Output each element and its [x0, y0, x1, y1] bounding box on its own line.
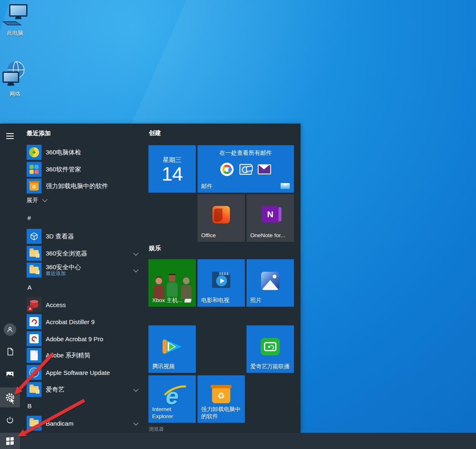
chevron-down-icon[interactable]	[133, 250, 139, 256]
desktop-icon-network[interactable]: 网络	[0, 61, 30, 98]
app-item-360-software-manager[interactable]: 360软件管家	[23, 161, 143, 178]
app-item-apple-software-update[interactable]: Apple Software Update	[23, 364, 143, 381]
pictures-icon	[6, 370, 14, 379]
folder-icon	[27, 416, 42, 431]
app-item-label: Acrobat Distiller 9	[46, 318, 95, 325]
tile-internet-explorer[interactable]: e Internet Explorer	[148, 375, 196, 423]
app-item-uninstaller[interactable]: 强力卸载电脑中的软件	[23, 178, 143, 194]
app-item-3d-viewer[interactable]: 3D 查看器	[23, 228, 143, 245]
folder-icon	[27, 246, 42, 261]
access-database-icon: A	[27, 297, 42, 312]
internet-explorer-icon: e	[165, 385, 178, 408]
tile-xbox[interactable]: Xbox 主机...	[148, 259, 196, 307]
iqiyi-cast-tile-label: 爱奇艺万能联播	[250, 363, 291, 370]
tile-onenote[interactable]: N OneNote for...	[247, 194, 294, 242]
office-tile-label: Office	[201, 232, 242, 239]
tile-photos[interactable]: 照片	[247, 259, 294, 307]
power-button[interactable]	[0, 410, 20, 430]
app-item-acrobat-distiller[interactable]: Acrobat Distiller 9	[23, 313, 143, 330]
apple-update-icon	[27, 365, 42, 380]
tile-office[interactable]: Office	[197, 194, 245, 242]
expand-toggle[interactable]: 展开	[27, 197, 46, 204]
user-icon	[4, 323, 16, 336]
tile-group-title-create: 创建	[149, 129, 161, 137]
xbox-tile-label: Xbox 主机...	[152, 297, 183, 304]
folder-icon	[27, 382, 42, 397]
start-menu-panel: 最近添加 360电脑体检 360软件管家 强力卸载电脑中的软件 展开 # 3D …	[0, 124, 301, 433]
office-logo-icon	[212, 206, 230, 223]
xbox-avatar	[181, 278, 192, 299]
taskbar	[0, 433, 476, 449]
tile-uninstaller[interactable]: 强力卸载电脑中的软件	[197, 375, 245, 423]
expand-label: 展开	[27, 197, 38, 204]
recently-added-header: 最近添加	[27, 129, 51, 137]
app-item-adobe-series[interactable]: Adobe 系列精简	[23, 347, 143, 364]
xbox-console-icon	[184, 299, 192, 303]
app-item-label: 360安全中心	[46, 263, 81, 270]
hamburger-icon	[6, 133, 14, 139]
ie-tile-label: Internet Explorer	[152, 406, 183, 420]
clipped-group-label: 浏览器	[149, 426, 164, 433]
mouse-cursor-icon	[10, 397, 15, 405]
app-item-label: 360电脑体检	[46, 149, 81, 156]
windows-logo-icon	[6, 437, 14, 445]
app-item-access[interactable]: A Access	[23, 296, 143, 313]
start-menu-rail	[0, 124, 20, 433]
tencent-video-tile-label: 腾讯视频	[152, 363, 192, 370]
chevron-down-icon[interactable]	[133, 420, 139, 425]
3d-viewer-cube-icon	[27, 229, 42, 244]
tile-mail[interactable]: 在一处查看所有邮件 邮件	[197, 145, 294, 193]
tile-group-title-entertainment: 娱乐	[149, 244, 161, 252]
tile-iqiyi-cast[interactable]: 爱奇艺万能联播	[247, 325, 294, 373]
xbox-avatar	[167, 275, 178, 297]
start-button[interactable]	[0, 433, 20, 449]
app-item-iqiyi[interactable]: 爱奇艺	[23, 381, 143, 398]
power-icon	[6, 416, 14, 424]
app-item-360-security-center[interactable]: 360安全中心 最近添加	[23, 262, 143, 278]
movies-tv-icon	[212, 274, 230, 288]
tile-movies-tv[interactable]: 电影和电视	[197, 259, 245, 307]
app-item-label: 3D 查看器	[46, 233, 74, 241]
outlook-icon	[239, 164, 252, 175]
desktop-icon-this-pc[interactable]: 此电脑	[0, 3, 30, 37]
google-icon	[220, 163, 234, 176]
onenote-tile-label: OneNote for...	[250, 232, 291, 239]
chevron-down-icon[interactable]	[133, 386, 139, 392]
user-account-button[interactable]	[0, 320, 20, 340]
section-letter-b[interactable]: B	[27, 402, 32, 409]
settings-button[interactable]	[0, 387, 20, 407]
section-letter-hash[interactable]: #	[27, 214, 31, 221]
tile-calendar[interactable]: 星期三 14	[148, 145, 196, 193]
uninstaller-basket-icon	[27, 179, 42, 193]
purple-mail-icon	[258, 164, 271, 174]
onenote-logo-icon: N	[262, 206, 279, 223]
section-letter-a[interactable]: A	[27, 284, 32, 291]
start-menu-tiles: 创建 星期三 14 在一处查看所有邮件 邮件 Office N OneNote …	[148, 124, 301, 433]
app-item-acrobat-pro[interactable]: Adobe Acrobat 9 Pro	[23, 330, 143, 347]
mail-envelope-icon	[281, 183, 290, 189]
app-item-bandicam[interactable]: Bandicam	[23, 415, 143, 432]
app-item-label: Bandicam	[46, 420, 74, 427]
uninstaller-basket-icon	[212, 388, 230, 403]
app-item-360-health-check[interactable]: 360电脑体检	[23, 144, 143, 161]
acrobat-pro-icon	[27, 331, 42, 346]
app-item-label: 强力卸载电脑中的软件	[46, 182, 108, 190]
360-health-check-icon	[27, 145, 42, 160]
hamburger-menu-button[interactable]	[0, 126, 20, 146]
this-pc-icon	[2, 3, 28, 27]
photos-tile-label: 照片	[250, 297, 291, 304]
windows-desktop: { "desktop": { "icons": [ { "label": "此电…	[0, 0, 476, 449]
tile-tencent-video[interactable]: 腾讯视频	[148, 325, 196, 373]
app-item-label: Access	[46, 301, 66, 308]
xbox-avatar	[153, 278, 164, 299]
white-document-icon	[27, 348, 42, 363]
chevron-down-icon	[42, 196, 48, 202]
chevron-down-icon[interactable]	[133, 267, 139, 272]
recently-added-badge: 最近添加	[46, 271, 81, 277]
pictures-button[interactable]	[0, 365, 20, 385]
documents-button[interactable]	[0, 342, 20, 362]
app-item-label: Apple Software Update	[46, 369, 110, 376]
desktop-icon-label: 此电脑	[0, 30, 30, 37]
mail-tile-headline: 在一处查看所有邮件	[197, 149, 294, 157]
app-item-360-browser[interactable]: 360安全浏览器	[23, 245, 143, 262]
